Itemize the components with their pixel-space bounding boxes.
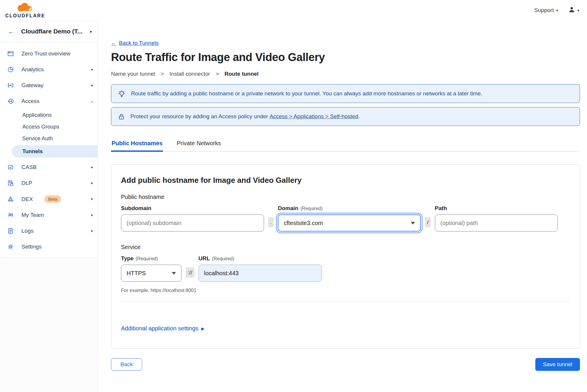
required-hint: (Required) xyxy=(212,256,234,261)
sidebar-item-analytics[interactable]: Analytics ▾ xyxy=(0,62,97,77)
sidebar-item-label: Analytics xyxy=(21,66,44,73)
scheme-separator: :// xyxy=(186,267,194,278)
sidebar-item-service-auth[interactable]: Service Auth xyxy=(0,133,97,144)
sidebar-item-logs[interactable]: Logs ▾ xyxy=(0,223,97,239)
browser-window-icon xyxy=(7,50,14,57)
add-hostname-card: Add public hostname for Image and Video … xyxy=(111,164,580,349)
user-avatar-icon xyxy=(568,6,576,15)
subdomain-field-group: Subdomain xyxy=(121,205,264,232)
sidebar-item-label: Settings xyxy=(21,244,42,250)
sidebar-item-label: Logs xyxy=(21,228,33,234)
app-root: CLOUDFLARE Support ▾ ▾ ← Cloudflare Demo… xyxy=(0,0,587,392)
subdomain-label: Subdomain xyxy=(121,205,264,212)
pie-chart-icon xyxy=(7,66,14,73)
sidebar-nav: Zero Trust overview Analytics ▾ Gateway … xyxy=(0,42,97,258)
sidebar-item-my-team[interactable]: My Team ▾ xyxy=(0,207,97,223)
service-type-value: HTTPS xyxy=(127,270,146,277)
sidebar-item-tunnels[interactable]: Tunnels xyxy=(12,145,97,158)
sidebar-item-settings[interactable]: Settings xyxy=(0,239,97,255)
step-install-connector[interactable]: Install connector xyxy=(169,71,210,77)
cloudflare-wordmark: CLOUDFLARE xyxy=(5,13,45,18)
path-input[interactable] xyxy=(435,214,558,232)
tab-private-networks[interactable]: Private Networks xyxy=(176,140,221,152)
public-hostname-group-label: Public hostname xyxy=(121,194,570,200)
service-type-select[interactable]: HTTPS xyxy=(121,265,181,282)
type-label: Type(Required) xyxy=(121,255,181,262)
sidebar-expand-icon[interactable]: ▸ xyxy=(90,29,92,34)
subdomain-input[interactable] xyxy=(121,214,264,232)
disclosure-triangle-icon: ▶ xyxy=(201,326,205,331)
additional-settings-toggle[interactable]: Additional application settings▶ xyxy=(121,325,204,332)
team-icon xyxy=(7,212,14,219)
domain-select[interactable]: cftestsite3.com xyxy=(278,214,421,232)
tip-banner: Route traffic by adding a public hostnam… xyxy=(111,84,580,103)
gateway-icon xyxy=(7,82,14,89)
service-group-label: Service xyxy=(121,244,570,251)
tip-banner-text: Route traffic by adding a public hostnam… xyxy=(131,90,482,97)
sidebar-item-access[interactable]: Access ▴ xyxy=(0,93,97,109)
sidebar-item-casb[interactable]: CASB ▾ xyxy=(0,159,97,175)
cloudflare-cloud-icon xyxy=(14,2,36,13)
lightbulb-icon xyxy=(118,90,126,98)
logs-document-icon xyxy=(7,227,14,234)
main-content: ←Back to Tunnels Route Traffic for Image… xyxy=(98,21,587,392)
sidebar-item-label: Gateway xyxy=(21,82,43,89)
access-policy-banner-text: Protect your resource by adding an Acces… xyxy=(130,113,361,120)
sidebar-item-label: Access xyxy=(21,98,39,104)
user-menu[interactable]: ▾ xyxy=(568,6,579,15)
sidebar-item-zero-trust-overview[interactable]: Zero Trust overview xyxy=(0,46,97,62)
wizard-footer: Back Save tunnel xyxy=(111,358,580,371)
url-field-group: URL(Required) xyxy=(199,255,322,282)
dot-separator: . xyxy=(268,217,274,227)
sidebar: ← Cloudflare Demo (T... ▸ Zero Trust ove… xyxy=(0,21,98,392)
select-caret-icon xyxy=(411,222,415,224)
access-icon xyxy=(7,98,14,105)
path-label: Path xyxy=(435,205,558,212)
support-chevron-icon: ▾ xyxy=(556,8,558,13)
document-lock-icon xyxy=(7,180,14,187)
step-route-tunnel: Route tunnel xyxy=(225,71,259,77)
back-button[interactable]: Back xyxy=(111,358,142,371)
support-menu[interactable]: Support ▾ xyxy=(534,7,558,13)
service-url-input[interactable] xyxy=(199,265,322,282)
step-separator: > xyxy=(161,71,164,77)
url-label: URL(Required) xyxy=(199,255,322,262)
back-arrow-icon: ← xyxy=(111,40,117,46)
chevron-down-icon: ▾ xyxy=(91,83,93,88)
domain-field-group: Domain(Required) cftestsite3.com xyxy=(278,205,421,232)
domain-select-value: cftestsite3.com xyxy=(284,220,323,227)
sidebar-item-label: DEX xyxy=(21,196,33,202)
select-caret-icon xyxy=(172,272,176,275)
sidebar-item-dex[interactable]: DEX Beta ▾ xyxy=(0,191,97,207)
service-field-row: Type(Required) HTTPS :// URL(Required) xyxy=(121,255,570,282)
support-label: Support xyxy=(534,7,554,13)
chevron-up-icon: ▴ xyxy=(91,99,93,104)
step-name-your-tunnel[interactable]: Name your tunnel xyxy=(111,71,155,77)
access-applications-self-hosted-link[interactable]: Access > Applications > Self-hosted xyxy=(270,113,358,119)
sidebar-item-gateway[interactable]: Gateway ▾ xyxy=(0,77,97,93)
path-field-group: Path xyxy=(435,205,558,232)
url-example-text: For example, https://localhost:8001 xyxy=(121,288,570,293)
save-tunnel-button[interactable]: Save tunnel xyxy=(535,358,580,371)
domain-label: Domain(Required) xyxy=(278,205,421,212)
top-bar: CLOUDFLARE Support ▾ ▾ xyxy=(0,0,587,21)
casb-icon xyxy=(7,164,14,171)
account-back-arrow-icon[interactable]: ← xyxy=(8,28,15,34)
cloudflare-logo[interactable]: CLOUDFLARE xyxy=(5,2,45,18)
hostname-tabs: Public Hostnames Private Networks xyxy=(111,140,580,151)
sidebar-item-label: CASB xyxy=(21,164,37,170)
sidebar-item-label: Zero Trust overview xyxy=(21,50,70,57)
back-to-tunnels-link[interactable]: ←Back to Tunnels xyxy=(111,40,159,46)
gear-icon xyxy=(7,243,14,250)
required-hint: (Required) xyxy=(300,206,323,211)
account-name: Cloudflare Demo (T... xyxy=(21,28,83,35)
sidebar-item-label: My Team xyxy=(21,212,44,218)
dex-nodes-icon xyxy=(7,196,14,203)
sidebar-item-applications[interactable]: Applications xyxy=(0,109,97,121)
sidebar-item-access-groups[interactable]: Access Groups xyxy=(0,121,97,133)
user-chevron-icon: ▾ xyxy=(577,8,579,13)
chevron-down-icon: ▾ xyxy=(91,165,93,170)
sidebar-footer-space xyxy=(0,258,97,392)
tab-public-hostnames[interactable]: Public Hostnames xyxy=(111,140,163,152)
sidebar-item-dlp[interactable]: DLP ▾ xyxy=(0,175,97,191)
